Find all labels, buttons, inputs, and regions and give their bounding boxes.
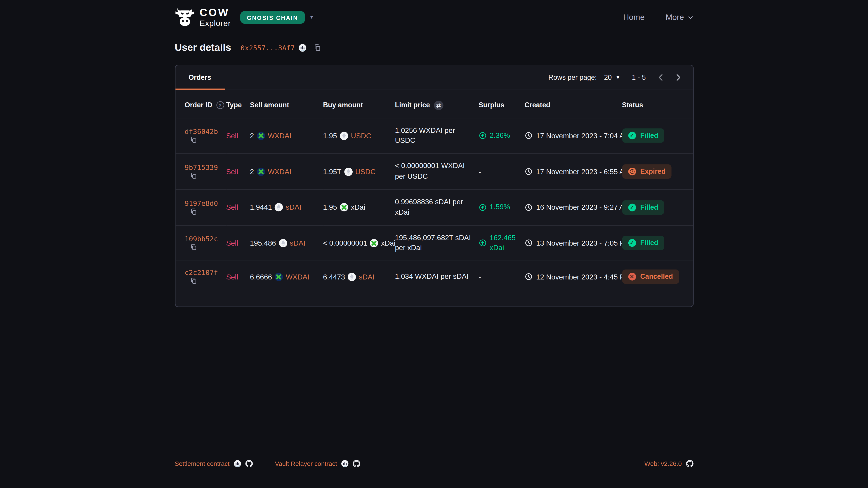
copy-icon[interactable] (190, 172, 197, 180)
col-sell-amount: Sell amount (250, 101, 289, 109)
chevron-down-icon (687, 14, 693, 20)
help-icon[interactable]: ? (216, 101, 224, 109)
order-id-link[interactable]: 9b715339 (185, 163, 218, 172)
limit-price: 0.99698836 sDAI per xDai (395, 197, 471, 218)
order-type: Sell (226, 167, 238, 176)
prev-page-button[interactable] (655, 72, 666, 83)
github-icon[interactable] (352, 460, 360, 467)
order-id-link[interactable]: df36042b (185, 127, 218, 136)
col-status: Status (622, 101, 643, 109)
caret-down-icon: ▼ (616, 74, 620, 80)
token-link[interactable]: sDAI (286, 203, 301, 212)
surplus-empty: - (478, 167, 481, 176)
settlement-contract-link[interactable]: Settlement contract (175, 460, 253, 467)
token-link[interactable]: USDC (355, 167, 376, 176)
status-badge: ✓Filled (622, 200, 664, 215)
network-badge: GNOSIS CHAIN (240, 11, 305, 24)
copy-icon[interactable] (190, 208, 197, 215)
usdc-token-icon (340, 131, 348, 140)
table-header-row: Order ID ? Type Sell amount Buy amount L… (175, 90, 693, 118)
token-link[interactable]: USDC (351, 131, 371, 140)
surplus-value: 1.59% (478, 202, 520, 213)
token-link[interactable]: sDAI (290, 239, 305, 248)
table-row: df36042b Sell 2WXDAI 1.95USDC 1.0256 WXD… (175, 118, 693, 154)
footer: Settlement contract Vault Relayer contra… (0, 460, 868, 467)
token-link[interactable]: WXDAI (268, 131, 291, 140)
col-created: Created (524, 101, 550, 109)
col-type: Type (226, 101, 242, 109)
col-limit-price: Limit price (395, 101, 430, 109)
limit-price: 1.0256 WXDAI per USDC (395, 125, 471, 146)
block-explorer-icon[interactable] (341, 460, 348, 467)
block-explorer-icon[interactable] (299, 43, 307, 52)
token-link[interactable]: sDAI (359, 273, 375, 281)
table-row: 109bb52c Sell 195.486sDAI < 0.00000001xD… (175, 225, 693, 261)
created-date: 12 November 2023 - 4:45 PM (524, 273, 617, 281)
app-root: COW Explorer GNOSIS CHAIN ▼ Home More (0, 0, 868, 488)
amount: < 0.00000001xDai (323, 239, 391, 248)
rows-per-page-label: Rows per page: (548, 73, 597, 81)
network-selector[interactable]: GNOSIS CHAIN ▼ (240, 11, 314, 24)
tab-orders[interactable]: Orders (175, 65, 224, 90)
order-type: Sell (226, 131, 238, 140)
rows-per-page-select[interactable]: 20 ▼ (604, 73, 620, 81)
cow-explorer-logo[interactable]: COW Explorer (175, 7, 231, 27)
nav-home[interactable]: Home (623, 13, 645, 22)
token-link[interactable]: WXDAI (286, 273, 309, 281)
page-range: 1 - 5 (632, 73, 646, 81)
wxdai-token-icon (257, 167, 265, 176)
created-date: 16 November 2023 - 9:27 AM (524, 203, 617, 212)
sdai-token-icon (348, 273, 356, 281)
amount: 6.4473sDAI (323, 273, 391, 281)
swap-price-icon[interactable]: ⇄ (434, 100, 443, 110)
col-buy-amount: Buy amount (323, 101, 363, 109)
limit-price: 1.034 WXDAI per sDAI (395, 271, 471, 282)
orders-panel: Orders Rows per page: 20 ▼ 1 - 5 (175, 64, 693, 307)
nav-more[interactable]: More (666, 13, 693, 22)
check-icon: ✓ (628, 203, 636, 211)
wxdai-token-icon (275, 273, 283, 281)
order-type: Sell (226, 203, 238, 212)
block-explorer-icon[interactable] (233, 460, 241, 467)
copy-address-icon[interactable] (313, 43, 321, 51)
copy-icon[interactable] (190, 244, 197, 251)
col-surplus: Surplus (478, 101, 504, 109)
wxdai-token-icon (257, 131, 265, 140)
token-label: xDai (381, 239, 396, 248)
amount: 6.6666WXDAI (250, 273, 319, 281)
status-badge: ✓Filled (622, 236, 664, 250)
amount: 1.95xDai (323, 203, 391, 212)
web-version: Web: v2.26.0 (644, 460, 693, 467)
page-title: User details (175, 42, 231, 53)
next-page-button[interactable] (672, 72, 683, 83)
check-icon: ✓ (628, 132, 636, 140)
brand-name: COW (199, 7, 231, 18)
col-order-id: Order ID (185, 101, 212, 109)
status-badge: ✕Cancelled (622, 269, 679, 284)
github-icon[interactable] (686, 460, 693, 467)
tab-bar: Orders Rows per page: 20 ▼ 1 - 5 (175, 65, 693, 90)
token-link[interactable]: WXDAI (268, 167, 291, 176)
cross-icon: ✕ (628, 273, 636, 281)
order-type: Sell (226, 239, 238, 248)
amount: 2WXDAI (250, 131, 319, 140)
table-row: 9b715339 Sell 2WXDAI 1.95TUSDC < 0.00000… (175, 154, 693, 189)
order-type: Sell (226, 273, 238, 281)
clock-icon (628, 168, 636, 175)
check-icon: ✓ (628, 239, 636, 247)
sdai-token-icon (279, 239, 287, 248)
created-date: 17 November 2023 - 7:04 AM (524, 131, 617, 140)
pagination: Rows per page: 20 ▼ 1 - 5 (548, 72, 693, 83)
order-id-link[interactable]: c2c2107f (185, 268, 218, 277)
orders-table-body: df36042b Sell 2WXDAI 1.95USDC 1.0256 WXD… (175, 118, 693, 292)
vault-relayer-contract-link[interactable]: Vault Relayer contract (275, 460, 360, 467)
order-id-link[interactable]: 9197e8d0 (185, 199, 218, 207)
order-id-link[interactable]: 109bb52c (185, 235, 218, 243)
surplus-value: 2.36% (478, 131, 520, 141)
user-address: 0x2557...3Af7 (241, 43, 295, 52)
amount: 1.95USDC (323, 131, 391, 140)
network-caret-icon: ▼ (309, 14, 314, 20)
copy-icon[interactable] (190, 136, 197, 143)
copy-icon[interactable] (190, 278, 197, 285)
github-icon[interactable] (245, 460, 253, 467)
